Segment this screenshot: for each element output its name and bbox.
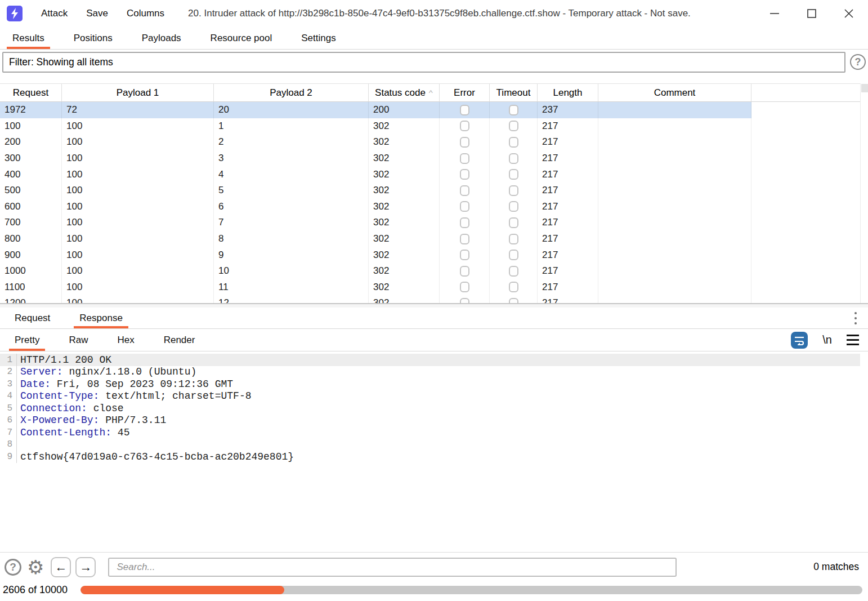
filter-help-icon[interactable]: ?: [850, 54, 866, 70]
table-row[interactable]: 19727220200237: [0, 102, 751, 118]
cell-payload1[interactable]: 100: [62, 199, 214, 215]
panel-splitter[interactable]: [0, 303, 868, 308]
table-row[interactable]: 110010011302217: [0, 279, 751, 296]
cell-payload1[interactable]: 100: [62, 182, 214, 199]
cell-request[interactable]: 100: [0, 118, 62, 135]
cell-status[interactable]: 302: [369, 263, 440, 279]
cell-request[interactable]: 700: [0, 215, 62, 231]
cell-payload2[interactable]: 7: [214, 215, 369, 231]
cell-payload2[interactable]: 1: [214, 118, 369, 135]
maximize-button[interactable]: [806, 8, 817, 19]
table-row[interactable]: 4001004302217: [0, 166, 751, 182]
cell-comment[interactable]: [598, 134, 751, 150]
cell-payload1[interactable]: 100: [62, 263, 214, 279]
tab-response[interactable]: Response: [77, 308, 125, 328]
cell-comment[interactable]: [598, 231, 751, 247]
scrollbar-thumb[interactable]: [861, 84, 868, 92]
cell-request[interactable]: 1000: [0, 263, 62, 279]
cell-error[interactable]: [440, 247, 490, 263]
cell-payload2[interactable]: 10: [214, 263, 369, 279]
cell-payload2[interactable]: 4: [214, 166, 369, 182]
cell-request[interactable]: 600: [0, 199, 62, 215]
tab-positions[interactable]: Positions: [71, 27, 115, 49]
cell-request[interactable]: 300: [0, 150, 62, 167]
word-wrap-toggle-icon[interactable]: [791, 332, 808, 349]
cell-status[interactable]: 302: [369, 215, 440, 231]
tab-payloads[interactable]: Payloads: [140, 27, 184, 49]
cell-payload2[interactable]: 11: [214, 279, 369, 296]
tab-hex[interactable]: Hex: [115, 329, 136, 351]
menu-save[interactable]: Save: [80, 8, 114, 19]
cell-error[interactable]: [440, 118, 490, 135]
table-row[interactable]: 8001008302217: [0, 231, 751, 247]
table-vertical-scrollbar[interactable]: [860, 83, 868, 303]
cell-error[interactable]: [440, 134, 490, 150]
tab-raw[interactable]: Raw: [66, 329, 90, 351]
table-row[interactable]: 2001002302217: [0, 134, 751, 150]
cell-timeout[interactable]: [490, 102, 538, 118]
cell-payload1[interactable]: 100: [62, 134, 214, 150]
cell-status[interactable]: 302: [369, 166, 440, 182]
cell-comment[interactable]: [598, 102, 751, 118]
column-header-timeout[interactable]: Timeout: [490, 84, 538, 101]
cell-error[interactable]: [440, 150, 490, 167]
cell-timeout[interactable]: [490, 263, 538, 279]
cell-comment[interactable]: [598, 118, 751, 135]
cell-comment[interactable]: [598, 182, 751, 199]
cell-status[interactable]: 200: [369, 102, 440, 118]
cell-comment[interactable]: [598, 150, 751, 167]
previous-match-button[interactable]: ←: [51, 557, 71, 577]
table-row[interactable]: 1001001302217: [0, 118, 751, 135]
cell-timeout[interactable]: [490, 134, 538, 150]
cell-timeout[interactable]: [490, 182, 538, 199]
cell-timeout[interactable]: [490, 247, 538, 263]
cell-length[interactable]: 217: [538, 150, 598, 167]
cell-status[interactable]: 302: [369, 295, 440, 303]
editor-options-kebab-icon[interactable]: [851, 311, 860, 326]
cell-status[interactable]: 302: [369, 199, 440, 215]
next-match-button[interactable]: →: [75, 557, 96, 577]
cell-payload1[interactable]: 100: [62, 150, 214, 167]
cell-length[interactable]: 217: [538, 231, 598, 247]
cell-status[interactable]: 302: [369, 231, 440, 247]
filter-bar[interactable]: Filter: Showing all items: [2, 52, 845, 73]
cell-payload1[interactable]: 100: [62, 279, 214, 296]
cell-error[interactable]: [440, 231, 490, 247]
cell-error[interactable]: [440, 182, 490, 199]
cell-length[interactable]: 217: [538, 199, 598, 215]
cell-length[interactable]: 217: [538, 247, 598, 263]
cell-error[interactable]: [440, 295, 490, 303]
table-row[interactable]: 6001006302217: [0, 199, 751, 215]
cell-length[interactable]: 217: [538, 215, 598, 231]
cell-length[interactable]: 217: [538, 118, 598, 135]
cell-payload2[interactable]: 8: [214, 231, 369, 247]
cell-error[interactable]: [440, 279, 490, 296]
cell-length[interactable]: 217: [538, 263, 598, 279]
tab-pretty[interactable]: Pretty: [12, 329, 42, 351]
editor-menu-icon[interactable]: [847, 335, 859, 345]
cell-status[interactable]: 302: [369, 118, 440, 135]
menu-columns[interactable]: Columns: [120, 8, 171, 19]
cell-request[interactable]: 900: [0, 247, 62, 263]
cell-request[interactable]: 200: [0, 134, 62, 150]
search-settings-gear-icon[interactable]: ⚙: [27, 559, 44, 576]
cell-payload2[interactable]: 9: [214, 247, 369, 263]
cell-payload1[interactable]: 100: [62, 166, 214, 182]
minimize-button[interactable]: [769, 8, 780, 19]
cell-payload1[interactable]: 100: [62, 118, 214, 135]
cell-error[interactable]: [440, 199, 490, 215]
cell-status[interactable]: 302: [369, 134, 440, 150]
table-row[interactable]: 9001009302217: [0, 247, 751, 263]
tab-results[interactable]: Results: [10, 27, 47, 49]
cell-length[interactable]: 217: [538, 182, 598, 199]
tab-request[interactable]: Request: [12, 308, 52, 328]
cell-error[interactable]: [440, 166, 490, 182]
cell-length[interactable]: 217: [538, 279, 598, 296]
cell-timeout[interactable]: [490, 166, 538, 182]
cell-comment[interactable]: [598, 166, 751, 182]
response-viewer[interactable]: 1HTTP/1.1 200 OK2Server: nginx/1.18.0 (U…: [0, 351, 868, 552]
cell-payload1[interactable]: 100: [62, 247, 214, 263]
cell-payload1[interactable]: 100: [62, 215, 214, 231]
cell-payload1[interactable]: 72: [62, 102, 214, 118]
cell-timeout[interactable]: [490, 199, 538, 215]
